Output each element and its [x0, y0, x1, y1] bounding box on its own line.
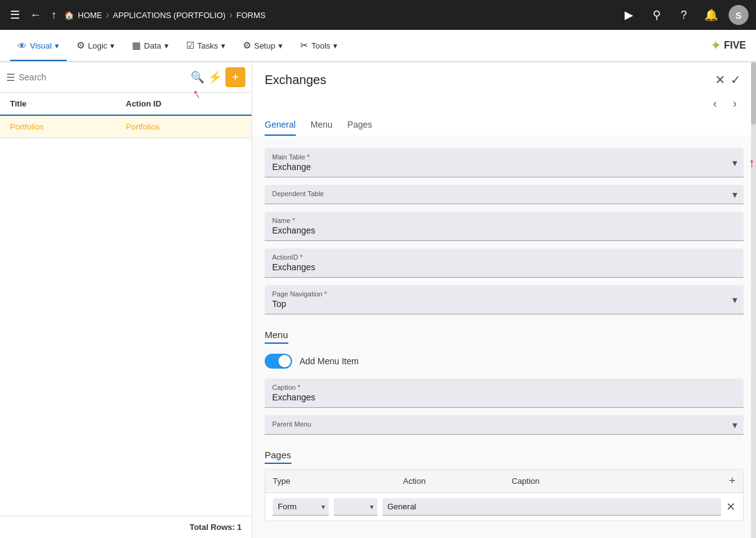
tab-tools-label: Tools — [311, 41, 330, 50]
breadcrumb-home[interactable]: HOME — [78, 11, 102, 20]
caption-value: Exchanges — [272, 392, 315, 402]
right-panel: Exchanges ✕ ✓ ‹ › General Menu Pages Mai… — [252, 62, 756, 538]
five-text: FIVE — [724, 40, 746, 51]
page-nav-dropdown-icon[interactable]: ▾ — [732, 294, 737, 306]
row-title: Portfolios — [10, 122, 126, 131]
pages-section: Pages Type Action Caption + Form — [265, 450, 744, 521]
tab-visual-label: Visual — [30, 41, 52, 50]
breadcrumb-apps[interactable]: APPLICATIONS (PORTFOLIO) — [113, 11, 225, 20]
parent-menu-dropdown-icon[interactable]: ▾ — [732, 419, 737, 431]
top-nav: ☰ ← ↑ 🏠 HOME › APPLICATIONS (PORTFOLIO) … — [0, 0, 756, 30]
action-id-field[interactable]: ActionID * Exchanges — [265, 248, 744, 278]
close-icon[interactable]: ✕ — [712, 70, 728, 90]
five-logo: ✦ FIVE — [710, 37, 746, 54]
breadcrumb-forms[interactable]: FORMS — [236, 11, 265, 20]
tab-tasks[interactable]: ☑ Tasks ▾ — [179, 36, 233, 55]
tab-logic-label: Logic — [88, 41, 107, 50]
help-icon[interactable]: ? — [674, 5, 694, 25]
panel-title: Exchanges — [265, 73, 712, 87]
right-scrollbar[interactable] — [751, 62, 756, 538]
name-label: Name * — [272, 217, 736, 224]
tab-visual[interactable]: 👁 Visual ▾ — [10, 37, 67, 55]
home-icon[interactable]: 🏠 — [64, 11, 74, 20]
col-title-header: Title — [10, 99, 126, 108]
tab-tasks-label: Tasks — [197, 41, 218, 50]
main-table-label: Main Table * — [272, 153, 736, 161]
bolt-icon[interactable]: ⚡ — [208, 70, 222, 84]
pages-col-caption: Caption — [512, 476, 729, 486]
tasks-icon: ☑ — [186, 40, 194, 51]
dependent-table-field[interactable]: Dependent Table ▾ — [265, 185, 744, 204]
pages-table: Type Action Caption + Form — [265, 469, 744, 521]
page-nav-label: Page Navigation * — [272, 290, 736, 298]
pages-col-action: Action — [403, 476, 511, 486]
toggle-row: Add Menu Item — [265, 354, 744, 369]
action-id-label: ActionID * — [272, 253, 736, 261]
filter-icon[interactable]: ☰ — [6, 72, 15, 83]
back-icon[interactable]: ← — [27, 6, 44, 24]
tab-setup[interactable]: ⚙ Setup ▾ — [235, 36, 290, 55]
up-icon[interactable]: ↑ — [49, 6, 59, 24]
tab-pages[interactable]: Pages — [347, 112, 372, 136]
tab-tools[interactable]: ✂ Tools ▾ — [293, 36, 345, 55]
caption-field[interactable]: Caption * Exchanges — [265, 379, 744, 408]
logic-icon: ⚙ — [77, 40, 85, 51]
action-id-value: Exchanges — [272, 262, 315, 272]
total-rows: Total Rows: 1 — [0, 516, 252, 538]
pages-add-icon[interactable]: + — [729, 474, 735, 488]
menu-section: Menu Add Menu Item Caption * Exchanges P… — [265, 329, 744, 435]
bell-icon[interactable]: 🔔 — [701, 5, 721, 25]
main-layout: ☰ 🔍 ⚡ + ↑ Title Action ID Portfolios Por… — [0, 62, 756, 538]
panel-tabs: General Menu Pages — [252, 112, 756, 136]
page-nav-field[interactable]: Page Navigation * Top ▾ — [265, 285, 744, 314]
page-caption-input[interactable] — [382, 498, 721, 516]
avatar[interactable]: S — [729, 5, 749, 25]
prev-arrow[interactable]: ‹ — [706, 95, 724, 112]
search-bar: ☰ 🔍 ⚡ + ↑ — [0, 62, 252, 93]
parent-menu-field[interactable]: Parent Menu ▾ — [265, 415, 744, 435]
breadcrumb-sep-2: › — [229, 9, 232, 21]
check-icon[interactable]: ✓ — [728, 70, 744, 90]
red-arrow-main-table: ↑ — [749, 156, 755, 170]
table-header: Title Action ID — [0, 93, 252, 116]
next-arrow[interactable]: › — [726, 95, 744, 112]
add-menu-toggle[interactable] — [265, 354, 292, 369]
page-action-select-wrap — [334, 498, 377, 516]
page-nav-value: Top — [272, 299, 286, 309]
search-input[interactable] — [19, 72, 187, 82]
add-button[interactable]: + — [225, 67, 245, 87]
page-caption-clear-icon[interactable]: ✕ — [726, 500, 735, 514]
toggle-label: Add Menu Item — [300, 356, 359, 366]
parent-menu-label: Parent Menu — [272, 420, 736, 428]
row-action-id: Portfolios — [126, 122, 242, 131]
play-icon[interactable]: ▶ — [619, 5, 639, 25]
tab-general[interactable]: General — [265, 112, 296, 136]
main-table-field[interactable]: Main Table * Exchange ▾ ↑ — [265, 148, 744, 177]
data-icon: ▦ — [132, 40, 141, 51]
menu-icon[interactable]: ☰ — [7, 6, 22, 24]
col-action-header: Action ID — [126, 99, 242, 108]
breadcrumb-sep-1: › — [106, 9, 109, 21]
page-type-select-wrap: Form — [273, 498, 329, 516]
tab-logic[interactable]: ⚙ Logic ▾ — [69, 36, 122, 55]
caption-label: Caption * — [272, 384, 736, 391]
pages-col-type: Type — [273, 476, 403, 486]
breadcrumb: 🏠 HOME › APPLICATIONS (PORTFOLIO) › FORM… — [64, 9, 614, 21]
tab-setup-label: Setup — [254, 41, 275, 50]
name-field[interactable]: Name * Exchanges — [265, 212, 744, 241]
toolbar: 👁 Visual ▾ ⚙ Logic ▾ ▦ Data ▾ ☑ Tasks ▾ … — [0, 30, 756, 62]
page-type-select[interactable]: Form — [273, 498, 329, 516]
left-panel: ☰ 🔍 ⚡ + ↑ Title Action ID Portfolios Por… — [0, 62, 252, 538]
search-nav-icon[interactable]: ⚲ — [646, 5, 666, 25]
table-row[interactable]: Portfolios Portfolios — [0, 116, 252, 138]
tab-menu[interactable]: Menu — [311, 112, 333, 136]
search-icon[interactable]: 🔍 — [191, 70, 204, 84]
page-action-select[interactable] — [334, 498, 377, 516]
tab-data[interactable]: ▦ Data ▾ — [125, 36, 176, 55]
panel-nav-arrows: ‹ › — [252, 90, 756, 112]
tab-data-label: Data — [144, 41, 161, 50]
pages-table-header: Type Action Caption + — [265, 470, 743, 493]
dependent-table-dropdown-icon[interactable]: ▾ — [732, 189, 737, 201]
main-table-dropdown-icon[interactable]: ▾ — [732, 157, 737, 169]
five-star-icon: ✦ — [710, 37, 721, 54]
